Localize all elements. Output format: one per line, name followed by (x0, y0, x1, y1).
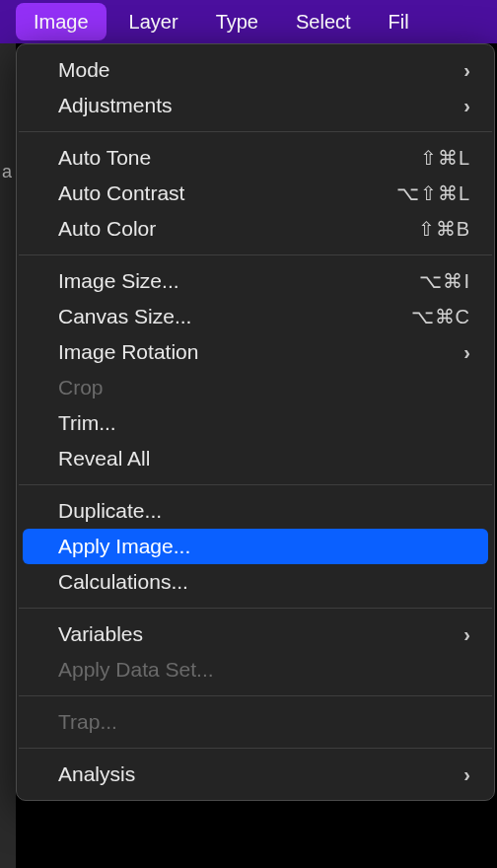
menu-item-label: Canvas Size... (58, 305, 411, 328)
menu-item-label: Trap... (58, 710, 470, 734)
menu-item-label: Mode (58, 58, 463, 82)
menu-item-shortcut: ⇧⌘B (418, 217, 470, 241)
menu-item-label: Apply Data Set... (58, 658, 470, 682)
image-menu-dropdown: Mode›Adjustments›Auto Tone⇧⌘LAuto Contra… (16, 43, 495, 801)
menu-item-apply-image[interactable]: Apply Image... (23, 529, 488, 564)
menubar-label: Layer (129, 11, 178, 34)
menu-item-label: Analysis (58, 762, 463, 786)
menu-separator (19, 695, 492, 696)
menu-separator (19, 254, 492, 255)
menu-item-calculations[interactable]: Calculations... (23, 564, 488, 600)
menubar-item-select[interactable]: Select (277, 0, 370, 43)
menu-item-shortcut: ⇧⌘L (420, 146, 470, 170)
menu-item-label: Auto Color (58, 217, 418, 241)
menubar-item-layer[interactable]: Layer (110, 0, 197, 43)
menu-item-label: Variables (58, 622, 463, 646)
chevron-right-icon: › (463, 624, 470, 644)
menubar-label: Image (34, 11, 89, 34)
menu-item-shortcut: ⌥⌘I (419, 269, 470, 293)
menubar-label: Type (216, 11, 258, 34)
menu-item-label: Adjustments (58, 94, 463, 117)
chevron-right-icon: › (463, 342, 470, 362)
menu-item-duplicate[interactable]: Duplicate... (23, 493, 488, 529)
menubar-item-type[interactable]: Type (197, 0, 277, 43)
menu-item-label: Reveal All (58, 447, 470, 470)
menu-item-auto-contrast[interactable]: Auto Contrast⌥⇧⌘L (23, 176, 488, 211)
menu-item-label: Trim... (58, 411, 470, 435)
menu-item-shortcut: ⌥⇧⌘L (396, 181, 470, 205)
chevron-right-icon: › (463, 60, 470, 80)
menu-item-analysis[interactable]: Analysis› (23, 757, 488, 792)
menu-item-label: Auto Tone (58, 146, 420, 170)
menu-item-label: Image Size... (58, 269, 419, 293)
menu-item-variables[interactable]: Variables› (23, 616, 488, 652)
chevron-right-icon: › (463, 764, 470, 784)
menu-item-label: Image Rotation (58, 340, 463, 364)
menu-item-auto-tone[interactable]: Auto Tone⇧⌘L (23, 140, 488, 176)
menu-item-auto-color[interactable]: Auto Color⇧⌘B (23, 211, 488, 247)
menu-item-trap: Trap... (23, 704, 488, 740)
menu-item-trim[interactable]: Trim... (23, 405, 488, 441)
menu-item-apply-data-set: Apply Data Set... (23, 652, 488, 687)
menu-item-label: Calculations... (58, 570, 470, 594)
menu-item-adjustments[interactable]: Adjustments› (23, 88, 488, 123)
menubar-item-filter-partial[interactable]: Fil (370, 0, 428, 43)
menubar: Image Layer Type Select Fil (0, 0, 497, 43)
menu-item-crop: Crop (23, 370, 488, 405)
menu-item-shortcut: ⌥⌘C (411, 305, 470, 328)
menu-item-mode[interactable]: Mode› (23, 52, 488, 88)
menubar-label: Fil (389, 11, 409, 34)
menu-item-reveal-all[interactable]: Reveal All (23, 441, 488, 476)
menu-separator (19, 748, 492, 749)
menu-item-image-rotation[interactable]: Image Rotation› (23, 334, 488, 370)
left-panel-strip: a (0, 43, 16, 868)
menu-separator (19, 608, 492, 609)
left-strip-letter: a (0, 162, 14, 182)
menu-separator (19, 484, 492, 485)
menu-item-label: Duplicate... (58, 499, 470, 523)
menubar-label: Select (296, 11, 351, 34)
menu-item-canvas-size[interactable]: Canvas Size...⌥⌘C (23, 299, 488, 334)
menu-item-label: Apply Image... (58, 535, 470, 558)
menu-item-image-size[interactable]: Image Size...⌥⌘I (23, 263, 488, 299)
menu-item-label: Auto Contrast (58, 181, 396, 205)
menubar-item-image[interactable]: Image (16, 3, 106, 40)
menu-item-label: Crop (58, 376, 470, 399)
chevron-right-icon: › (463, 96, 470, 115)
menu-separator (19, 131, 492, 132)
